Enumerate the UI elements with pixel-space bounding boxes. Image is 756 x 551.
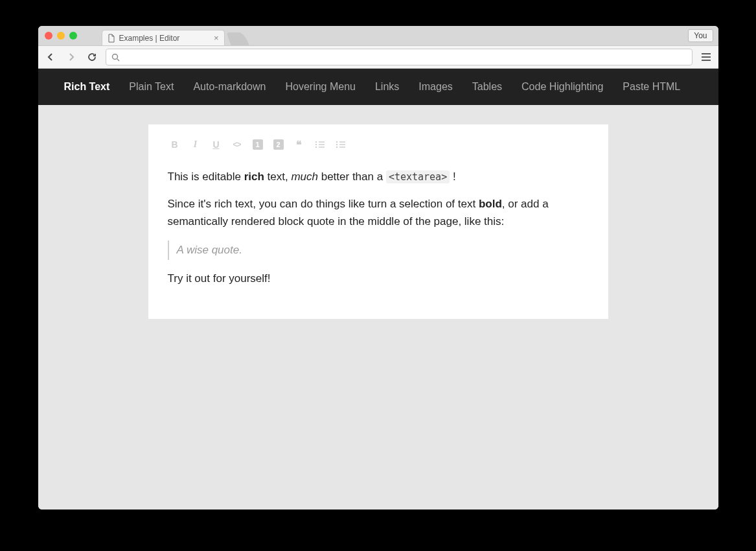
editor-content[interactable]: This is editable rich text, much better … — [168, 169, 589, 288]
nav-images[interactable]: Images — [418, 81, 452, 93]
bold-button[interactable]: B — [169, 139, 181, 150]
unordered-list-icon — [336, 140, 346, 149]
text: ! — [450, 170, 455, 183]
svg-point-5 — [336, 144, 337, 145]
blockquote-button[interactable]: ❝ — [293, 139, 305, 150]
page-viewport: Rich Text Plain Text Auto-markdown Hover… — [38, 69, 718, 510]
nav-code-highlighting[interactable]: Code Highlighting — [521, 81, 603, 93]
unordered-list-button[interactable] — [335, 139, 347, 150]
ordered-list-icon — [315, 140, 325, 149]
italic-text: much — [291, 170, 318, 183]
italic-icon: I — [194, 139, 197, 150]
address-bar[interactable] — [106, 49, 693, 65]
bold-text: bold — [479, 198, 502, 210]
profile-button[interactable]: You — [688, 29, 713, 42]
underline-icon: U — [212, 139, 219, 150]
tab-strip: Examples | Editor × — [84, 26, 718, 45]
nav-auto-markdown[interactable]: Auto-markdown — [193, 81, 266, 93]
paragraph[interactable]: This is editable rich text, much better … — [168, 169, 589, 185]
svg-point-6 — [336, 147, 337, 148]
h2-button[interactable]: 2 — [273, 139, 284, 150]
titlebar: Examples | Editor × You — [38, 26, 718, 45]
text: Since it's rich text, you can do things … — [168, 198, 479, 210]
hamburger-menu-icon[interactable] — [699, 50, 713, 64]
reload-button[interactable] — [85, 50, 99, 64]
code-icon: <> — [233, 140, 240, 149]
ordered-list-button[interactable] — [314, 139, 326, 150]
browser-window: Examples | Editor × You Rich — [38, 26, 718, 510]
bold-icon: B — [171, 139, 178, 150]
window-zoom-button[interactable] — [69, 32, 77, 40]
underline-button[interactable]: U — [211, 139, 222, 150]
search-icon — [111, 53, 120, 62]
svg-rect-3 — [315, 147, 317, 148]
new-tab-button[interactable] — [226, 32, 249, 45]
app-nav: Rich Text Plain Text Auto-markdown Hover… — [38, 69, 718, 105]
svg-rect-2 — [315, 144, 317, 145]
h1-icon: 1 — [253, 139, 263, 150]
tab-close-icon[interactable]: × — [214, 34, 219, 42]
quote-text: A wise quote. — [177, 244, 242, 256]
italic-button[interactable]: I — [190, 139, 201, 150]
text: better than a — [318, 170, 386, 183]
nav-hovering-menu[interactable]: Hovering Menu — [285, 81, 356, 93]
blockquote[interactable]: A wise quote. — [168, 240, 589, 260]
h2-icon: 2 — [273, 139, 284, 150]
back-button[interactable] — [43, 50, 58, 64]
tab-title: Examples | Editor — [119, 34, 180, 43]
text: text, — [264, 170, 292, 183]
svg-point-0 — [112, 54, 117, 59]
nav-plain-text[interactable]: Plain Text — [129, 81, 174, 93]
paragraph[interactable]: Try it out for yourself! — [168, 270, 589, 287]
svg-point-4 — [336, 141, 337, 143]
format-toolbar: B I U <> 1 2 ❝ — [168, 139, 589, 150]
h1-button[interactable]: 1 — [252, 139, 264, 150]
window-close-button[interactable] — [45, 32, 52, 40]
window-minimize-button[interactable] — [57, 32, 65, 40]
quote-icon: ❝ — [296, 139, 302, 151]
browser-toolbar — [38, 45, 718, 69]
code-button[interactable]: <> — [231, 139, 243, 150]
editor-wrap: B I U <> 1 2 ❝ This is edita — [38, 105, 718, 338]
nav-tables[interactable]: Tables — [472, 81, 502, 93]
paragraph[interactable]: Since it's rich text, you can do things … — [168, 196, 589, 230]
forward-button[interactable] — [64, 50, 78, 64]
nav-links[interactable]: Links — [375, 81, 399, 93]
nav-rich-text[interactable]: Rich Text — [64, 81, 110, 93]
browser-tab[interactable]: Examples | Editor × — [102, 30, 225, 45]
text: This is editable — [168, 170, 244, 183]
svg-rect-1 — [315, 141, 317, 143]
editor-card: B I U <> 1 2 ❝ This is edita — [148, 124, 608, 319]
traffic-lights — [38, 32, 84, 40]
document-icon — [108, 34, 115, 43]
text: Try it out for yourself! — [168, 272, 271, 285]
code-text: <textarea> — [386, 170, 450, 183]
bold-text: rich — [244, 170, 264, 183]
nav-paste-html[interactable]: Paste HTML — [623, 81, 680, 93]
